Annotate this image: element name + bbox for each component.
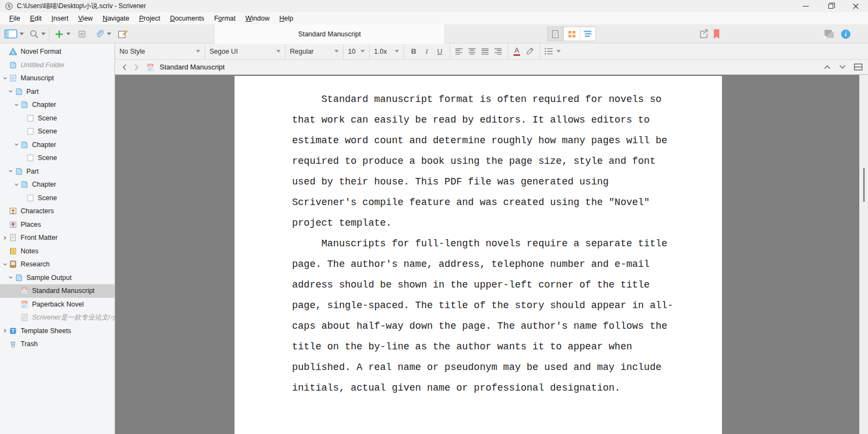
binder-item-scene[interactable]: Scene: [0, 151, 115, 165]
template-icon: T: [9, 327, 17, 335]
font-variant-dropdown[interactable]: Regular: [286, 43, 343, 60]
corkboard-view-button[interactable]: [563, 27, 579, 41]
bookmarks-button[interactable]: [713, 24, 720, 43]
manuscript-icon: [9, 74, 17, 82]
binder-item-novel-format[interactable]: iNovel Format: [0, 45, 115, 59]
binder-item-scene[interactable]: Scene: [0, 125, 115, 138]
menu-navigate[interactable]: Navigate: [98, 12, 134, 24]
search-button[interactable]: [29, 27, 39, 42]
bold-button[interactable]: B: [407, 43, 420, 60]
manuscript-text-line: page, single-spaced. The title of the st…: [292, 295, 722, 316]
menu-view[interactable]: View: [73, 12, 98, 24]
list-dropdown[interactable]: [554, 43, 563, 60]
binder-toggle-dropdown[interactable]: [20, 27, 24, 42]
binder-item-chapter[interactable]: Chapter: [0, 138, 115, 152]
binder-item-scene[interactable]: Scene: [0, 112, 115, 125]
font-size-dropdown[interactable]: 10: [344, 43, 369, 60]
characters-icon: [9, 207, 17, 215]
caret-down-icon: [395, 50, 399, 53]
attach-button[interactable]: [94, 27, 104, 42]
style-dropdown[interactable]: No Style: [115, 43, 205, 60]
add-item-dropdown[interactable]: [66, 27, 71, 42]
binder-item-part[interactable]: Part: [0, 165, 115, 178]
binder-item-untitled-folder[interactable]: Untitled Folder: [0, 59, 115, 72]
menu-format[interactable]: Format: [209, 12, 240, 24]
outline-view-button[interactable]: [580, 27, 595, 41]
inspector-button[interactable]: i: [841, 24, 851, 43]
minimize-button[interactable]: [793, 0, 818, 12]
collapse-chevron-icon[interactable]: [7, 273, 15, 282]
collapse-chevron-icon[interactable]: [7, 87, 15, 96]
forward-button[interactable]: [134, 63, 140, 71]
align-center-button[interactable]: [465, 43, 478, 60]
split-editor-button[interactable]: [854, 63, 863, 71]
binder-item-research[interactable]: Research: [0, 258, 115, 271]
binder-item-label: Novel Format: [21, 48, 61, 55]
binder-item-manuscript[interactable]: Manuscript: [0, 72, 115, 85]
align-justify-button[interactable]: [478, 43, 491, 60]
quick-reference-button[interactable]: [118, 27, 128, 42]
binder-item-template-sheets[interactable]: TTemplate Sheets: [0, 324, 115, 338]
binder-toggle-button[interactable]: [4, 27, 17, 42]
document-tab[interactable]: Standard Manuscript: [214, 24, 445, 44]
document-view-button[interactable]: [548, 27, 563, 41]
share-button[interactable]: [698, 24, 709, 43]
scrollbar-thumb[interactable]: [863, 168, 865, 202]
binder-item-paperback-novel[interactable]: PDFPaperback Novel: [0, 298, 115, 311]
collapse-chevron-icon[interactable]: [12, 180, 20, 189]
collapse-chevron-icon[interactable]: [12, 141, 20, 149]
menu-edit[interactable]: Edit: [25, 12, 47, 24]
binder-item-trash[interactable]: Trash: [0, 337, 115, 351]
italic-button[interactable]: I: [420, 43, 433, 60]
binder-item-standard-manuscript[interactable]: PDFStandard Manuscript: [0, 284, 115, 298]
collapse-chevron-icon[interactable]: [12, 100, 20, 109]
binder-item-chapter[interactable]: Chapter: [0, 178, 115, 192]
restore-button[interactable]: [818, 0, 843, 12]
move-to-trash-button[interactable]: [77, 27, 87, 42]
binder-item-characters[interactable]: Characters: [0, 205, 115, 218]
binder-item-front-matter[interactable]: Front Matter: [0, 231, 115, 245]
collapse-chevron-icon[interactable]: [1, 74, 9, 82]
menu-window[interactable]: Window: [240, 12, 274, 24]
menu-project[interactable]: Project: [134, 12, 165, 24]
menu-documents[interactable]: Documents: [165, 12, 209, 24]
attach-dropdown[interactable]: [107, 27, 111, 42]
binder-item-chapter[interactable]: Chapter: [0, 98, 115, 112]
collapse-chevron-icon[interactable]: [7, 167, 15, 176]
binder-item-sample-output[interactable]: Sample Output: [0, 271, 115, 285]
next-document-button[interactable]: [839, 65, 846, 69]
editor-scrollbar[interactable]: [859, 75, 868, 434]
line-spacing-dropdown[interactable]: 1.0x: [370, 43, 403, 60]
binder-item-places[interactable]: Places: [0, 218, 115, 232]
binder-item-label: Scrivener是一款专业论文/小...: [32, 313, 115, 322]
binder-item-scene[interactable]: Scene: [0, 192, 115, 205]
expand-chevron-icon[interactable]: [1, 233, 9, 242]
binder-item-notes[interactable]: Notes: [0, 245, 115, 258]
binder-item-part[interactable]: Part: [0, 85, 115, 99]
menu-insert[interactable]: Insert: [47, 12, 73, 24]
binder-item-label: Untitled Folder: [21, 61, 65, 69]
previous-document-button[interactable]: [823, 65, 831, 69]
expand-chevron-icon[interactable]: [1, 327, 9, 335]
text-color-button[interactable]: A: [510, 43, 523, 60]
font-dropdown[interactable]: Segoe UI: [205, 43, 285, 60]
list-button[interactable]: [543, 43, 554, 60]
collapse-chevron-icon[interactable]: [1, 260, 9, 269]
menu-file[interactable]: File: [4, 12, 25, 24]
menu-help[interactable]: Help: [274, 12, 298, 24]
add-item-button[interactable]: [55, 27, 64, 42]
align-left-button[interactable]: [452, 43, 465, 60]
document-page[interactable]: Standard manuscript format is often requ…: [235, 76, 722, 434]
highlight-button[interactable]: [523, 43, 536, 60]
close-button[interactable]: [843, 0, 868, 12]
search-dropdown[interactable]: [41, 27, 46, 42]
editor-document-title: Standard Manuscript: [160, 63, 225, 71]
align-right-button[interactable]: [491, 43, 504, 60]
binder-item-scrivener[interactable]: Scrivener是一款专业论文/小...: [0, 311, 115, 324]
format-separator: [403, 43, 404, 60]
back-button[interactable]: [122, 63, 127, 71]
manuscript-text-line: Manuscripts for full-length novels requi…: [292, 233, 722, 254]
composition-mode-button[interactable]: [825, 24, 834, 43]
manuscript-text-line: published. A real name or pseudonym may …: [292, 357, 722, 378]
underline-button[interactable]: U: [433, 43, 446, 60]
